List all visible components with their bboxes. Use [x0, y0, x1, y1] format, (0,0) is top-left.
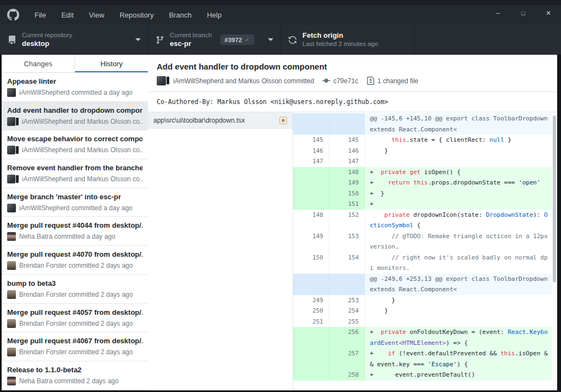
menubar: FileEditViewRepositoryBranchHelp –□✕ [0, 5, 561, 25]
file-diff-icon [367, 77, 375, 85]
tab-history[interactable]: History [75, 55, 148, 72]
titlebar: FileEditViewRepositoryBranchHelp –□✕ [0, 0, 561, 25]
line-number-old: 249 [293, 295, 329, 306]
commit-list-item[interactable]: Merge pull request #4070 from desktop/..… [2, 246, 148, 275]
titlebar-top-strip [0, 0, 561, 5]
commit-list-item[interactable]: Move escape behavior to correct compo...… [2, 130, 148, 159]
commit-list-item[interactable]: Merge pull request #4057 from desktop/..… [2, 304, 148, 333]
commit-item-title: bump to beta3 [7, 279, 142, 287]
line-number-old [293, 113, 329, 135]
avatar [7, 319, 16, 328]
diff-code-text: } [365, 295, 552, 306]
diff-code-text: + private onFoldoutKeyDown = (event: Rea… [365, 327, 552, 348]
diff-hunk-header: @@ -249,6 +253,13 @@ export class Toolba… [293, 274, 552, 295]
scrollbar-thumb[interactable] [553, 116, 556, 283]
line-number-new: 152 [329, 210, 365, 231]
line-number-new: 146 [329, 146, 365, 157]
menu-item-help[interactable]: Help [199, 8, 230, 22]
commit-item-meta: Brendan Forster committed 2 days ago [7, 290, 142, 299]
git-commit-icon [322, 77, 330, 85]
chevron-down-icon [268, 38, 273, 41]
menu-item-view[interactable]: View [81, 8, 112, 22]
commit-list-item[interactable]: Merge branch 'master' into esc-priAmWill… [2, 188, 148, 217]
diff-line: 149+ return this.props.dropdownState ===… [293, 177, 552, 188]
diff-code-text: + event.preventDefault() [365, 370, 552, 381]
diff-code-text [365, 316, 552, 327]
branch-label: Current branch [170, 31, 212, 39]
sync-icon [288, 36, 297, 44]
current-branch-button[interactable]: Current branch esc-pr #3972 ✓ [148, 25, 280, 55]
line-number-new: 257 [329, 348, 365, 370]
diff-scrollbar[interactable] [552, 112, 557, 390]
commit-list-item[interactable]: Merge pull request #4044 from desktop/..… [2, 217, 148, 246]
line-number-new: 255 [329, 316, 365, 327]
commit-item-title: Merge pull request #4070 from desktop/..… [7, 250, 142, 258]
author-avatars [157, 76, 169, 85]
commit-list-item[interactable]: Add event handler to dropdown compon...i… [2, 102, 148, 131]
commit-item-title: Release to 1.1.0-beta2 [7, 366, 142, 374]
avatar [7, 88, 16, 97]
line-number-old [293, 199, 329, 210]
line-number-old: 250 [293, 305, 329, 316]
minimize-button[interactable]: – [485, 5, 511, 21]
diff-line: 150+ } [293, 188, 552, 199]
diff-code-text: + if (!event.defaultPrevented && this.is… [365, 348, 552, 370]
diff-code-text [365, 156, 552, 167]
diff-line: 257+ if (!event.defaultPrevented && this… [293, 348, 552, 370]
changed-files-count: 1 changed file [377, 77, 419, 85]
sidebar-tabs: ChangesHistory [2, 55, 148, 73]
commit-sha: c79e71c [333, 77, 358, 85]
line-number-new: 254 [329, 305, 365, 316]
fetch-subtitle: Last fetched 2 minutes ago [302, 40, 378, 48]
window-controls: –□✕ [485, 5, 561, 25]
repository-name: desktop [22, 39, 72, 48]
toolbar: Current repository desktop Current branc… [0, 25, 561, 55]
repository-label: Current repository [22, 31, 72, 39]
pull-request-badge[interactable]: #3972 ✓ [220, 34, 254, 45]
menu-item-edit[interactable]: Edit [54, 8, 81, 22]
tab-changes[interactable]: Changes [2, 55, 75, 72]
diff-code-text: + private get isOpen() { [365, 167, 552, 178]
commit-list-item[interactable]: Remove event handler from the branches..… [2, 159, 148, 188]
menu-item-repository[interactable]: Repository [112, 8, 161, 22]
diff-code-text: } [365, 305, 552, 316]
commit-list-item[interactable]: bump to beta3Brendan Forster committed 2… [2, 275, 148, 304]
diff-code-text: + } [365, 188, 552, 199]
diff-line: 146146 } [293, 146, 552, 157]
commit-list-item[interactable]: Release to 1.1.0-beta2Neha Batra committ… [2, 361, 148, 390]
avatar [7, 232, 16, 241]
diff-code-text: @@ -145,6 +145,10 @@ export class Toolba… [365, 113, 552, 135]
commit-item-meta: Brendan Forster committed 2 days ago [7, 319, 142, 328]
commit-item-title: Merge pull request #4067 from desktop/..… [7, 337, 142, 345]
maximize-button[interactable]: □ [511, 5, 536, 21]
file-list-item[interactable]: app\src\ui\toolbar\dropdown.tsx [148, 112, 293, 129]
toolbar-spacer [415, 25, 561, 55]
commit-item-title: Appease linter [7, 77, 142, 85]
menu-item-branch[interactable]: Branch [161, 8, 199, 22]
avatar [7, 377, 16, 385]
commit-item-meta: Neha Batra committed a day ago [7, 232, 142, 241]
line-number-old [293, 188, 329, 199]
diff-line: 151+ [293, 199, 552, 210]
diff-code-text: + [365, 199, 552, 210]
line-number-new [329, 274, 365, 295]
close-button[interactable]: ✕ [536, 5, 561, 21]
line-number-old: 147 [293, 156, 329, 167]
commit-item-meta: iAmWillShepherd committed a day ago [7, 204, 142, 212]
commit-item-title: Merge pull request #4044 from desktop/..… [7, 221, 142, 229]
menu-item-file[interactable]: File [27, 8, 54, 22]
line-number-old: 145 [293, 135, 329, 146]
fetch-origin-button[interactable]: Fetch origin Last fetched 2 minutes ago [280, 25, 415, 55]
current-repository-button[interactable]: Current repository desktop [0, 25, 148, 55]
commit-item-title: Remove event handler from the branches.. [7, 164, 142, 172]
diff-hunk-header: @@ -145,6 +145,10 @@ export class Toolba… [293, 113, 552, 135]
diff-line: 256+ private onFoldoutKeyDown = (event: … [293, 327, 552, 348]
commit-list-item[interactable]: Appease linteriAmWillShepherd committed … [2, 73, 148, 102]
commit-detail-panel: Add event handler to dropdown component … [148, 55, 557, 390]
diff-line: 249253 } [293, 295, 552, 306]
avatar [7, 261, 16, 270]
commit-item-title: Move escape behavior to correct compo... [7, 135, 142, 143]
line-number-new: 147 [329, 156, 365, 167]
commit-list-item[interactable]: Merge pull request #4067 from desktop/..… [2, 332, 148, 361]
line-number-old: 150 [293, 252, 329, 274]
